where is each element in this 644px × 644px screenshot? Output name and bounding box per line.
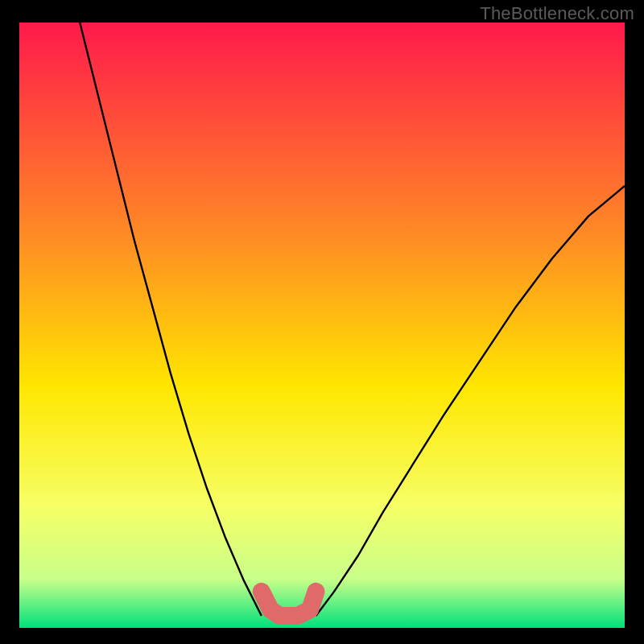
watermark-text: TheBottleneck.com <box>480 3 634 24</box>
bottleneck-plot <box>19 23 625 628</box>
gradient-background <box>19 23 625 628</box>
chart-frame: TheBottleneck.com <box>0 0 644 644</box>
plot-area <box>19 23 625 628</box>
